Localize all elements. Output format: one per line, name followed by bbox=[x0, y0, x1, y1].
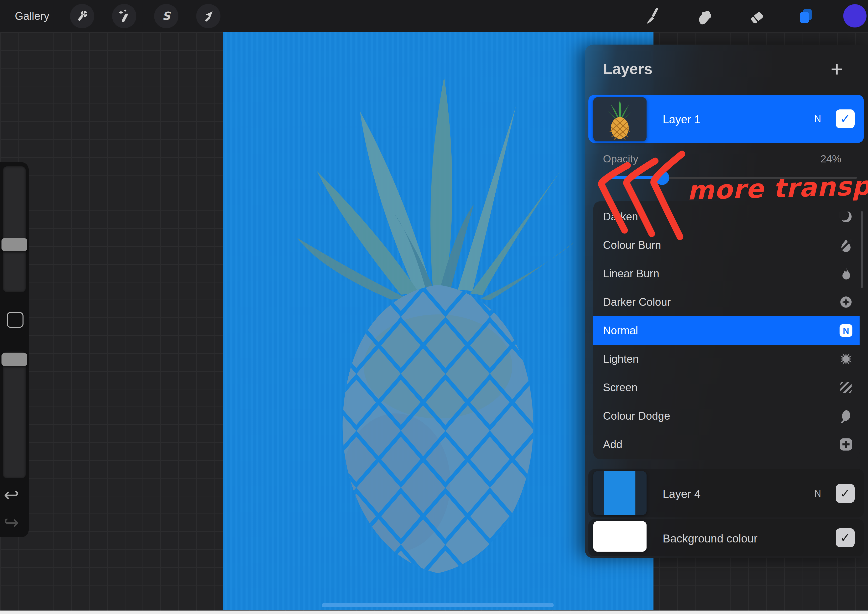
blend-row-add[interactable]: Add bbox=[594, 430, 860, 459]
layer4-visibility-checkbox[interactable]: ✓ bbox=[836, 484, 855, 503]
background-visibility-checkbox[interactable]: ✓ bbox=[836, 529, 855, 547]
opacity-value: 24% bbox=[820, 153, 841, 165]
blend-label: Lighten bbox=[603, 353, 639, 365]
eraser-tool-button[interactable] bbox=[745, 5, 768, 28]
add-layer-button[interactable]: + bbox=[831, 56, 843, 82]
redo-button[interactable]: ↪ bbox=[0, 512, 26, 533]
procreate-screen: Gallery S bbox=[0, 0, 868, 614]
blend-row-screen[interactable]: Screen bbox=[594, 373, 860, 401]
starburst-icon bbox=[839, 352, 853, 366]
layer4-blend-badge[interactable]: N bbox=[814, 488, 821, 499]
adjustments-button[interactable] bbox=[112, 4, 136, 28]
color-swatch-button[interactable] bbox=[843, 4, 866, 28]
blend-label: Linear Burn bbox=[603, 267, 659, 280]
top-toolbar: Gallery S bbox=[0, 0, 868, 32]
diagonal-stripes-icon bbox=[839, 380, 853, 395]
opacity-label: Opacity bbox=[603, 153, 638, 165]
blend-row-lighten[interactable]: Lighten bbox=[594, 345, 860, 373]
home-indicator[interactable] bbox=[322, 603, 554, 607]
wrench-icon bbox=[75, 9, 90, 23]
circle-star-icon bbox=[839, 295, 853, 309]
layer-row-layer4[interactable]: Layer 4 N ✓ bbox=[588, 469, 864, 518]
layers-panel-title: Layers bbox=[603, 60, 653, 78]
brush-icon bbox=[643, 7, 662, 25]
blend-label: Darken bbox=[603, 210, 638, 223]
brush-size-slider[interactable] bbox=[3, 166, 26, 292]
selection-s-icon: S bbox=[159, 9, 174, 23]
undo-button[interactable]: ↩ bbox=[0, 484, 26, 505]
layer1-visibility-checkbox[interactable]: ✓ bbox=[836, 109, 855, 128]
layer1-thumbnail[interactable] bbox=[594, 97, 646, 141]
layer1-name: Layer 1 bbox=[663, 113, 701, 126]
magic-wand-icon bbox=[117, 9, 132, 23]
layers-icon bbox=[797, 7, 815, 25]
blend-row-normal[interactable]: Normal N bbox=[594, 316, 860, 345]
layer-row-layer1[interactable]: Layer 1 N ✓ bbox=[588, 95, 864, 143]
transform-button[interactable] bbox=[196, 4, 220, 28]
layer1-blend-badge[interactable]: N bbox=[814, 113, 821, 124]
blend-mode-list: Darken Colour Burn Linear Burn Darke bbox=[594, 201, 860, 459]
blend-label: Normal bbox=[603, 324, 638, 337]
svg-text:N: N bbox=[843, 326, 849, 336]
normal-n-badge-icon: N bbox=[839, 323, 853, 338]
layer1-thumbnail-pineapple bbox=[594, 97, 646, 141]
eraser-icon bbox=[747, 7, 766, 25]
screen-bottom-strip bbox=[0, 611, 868, 614]
background-colour-thumbnail[interactable] bbox=[594, 521, 646, 552]
blend-label: Darker Colour bbox=[603, 296, 671, 308]
blend-list-scrollbar[interactable] bbox=[861, 211, 863, 288]
blend-row-darker-colour[interactable]: Darker Colour bbox=[594, 288, 860, 316]
blend-row-linear-burn[interactable]: Linear Burn bbox=[594, 259, 860, 288]
sidebar: ↩ ↪ bbox=[0, 162, 29, 537]
blend-label: Add bbox=[603, 438, 622, 451]
layer4-thumbnail[interactable] bbox=[594, 471, 646, 515]
flame-icon bbox=[839, 266, 853, 281]
opacity-slider-sidebar[interactable] bbox=[3, 351, 26, 478]
blend-row-colour-dodge[interactable]: Colour Dodge bbox=[594, 401, 860, 430]
brush-size-slider-handle[interactable] bbox=[2, 238, 27, 251]
gallery-button[interactable]: Gallery bbox=[15, 0, 49, 32]
blend-label: Colour Dodge bbox=[603, 410, 670, 422]
smudge-tool-button[interactable] bbox=[693, 5, 716, 28]
layer-row-background[interactable]: Background colour ✓ bbox=[588, 519, 864, 556]
layers-panel-button[interactable] bbox=[794, 5, 817, 28]
actions-button[interactable] bbox=[70, 4, 94, 28]
crescent-moon-icon bbox=[839, 210, 853, 224]
modify-button[interactable] bbox=[7, 312, 23, 328]
svg-text:S: S bbox=[162, 9, 171, 23]
transform-arrow-icon bbox=[201, 9, 216, 23]
plus-square-icon bbox=[839, 437, 853, 452]
layer4-thumbnail-paint bbox=[604, 471, 636, 515]
brush-tool-button[interactable] bbox=[641, 5, 664, 28]
blend-row-colour-burn[interactable]: Colour Burn bbox=[594, 231, 860, 259]
layers-panel: Layers + bbox=[585, 45, 868, 558]
blend-label: Screen bbox=[603, 381, 637, 394]
opacity-slider-sidebar-handle[interactable] bbox=[2, 353, 27, 366]
opacity-slider-fill bbox=[604, 176, 662, 179]
balloon-icon bbox=[839, 409, 853, 423]
smudge-finger-icon bbox=[695, 7, 714, 25]
blend-row-darken[interactable]: Darken bbox=[594, 202, 860, 231]
blend-label: Colour Burn bbox=[603, 239, 661, 251]
droplet-slash-icon bbox=[839, 238, 853, 252]
opacity-slider-knob[interactable] bbox=[655, 171, 669, 185]
layer4-name: Layer 4 bbox=[663, 487, 701, 501]
background-colour-name: Background colour bbox=[663, 532, 758, 545]
selection-button[interactable]: S bbox=[154, 4, 178, 28]
